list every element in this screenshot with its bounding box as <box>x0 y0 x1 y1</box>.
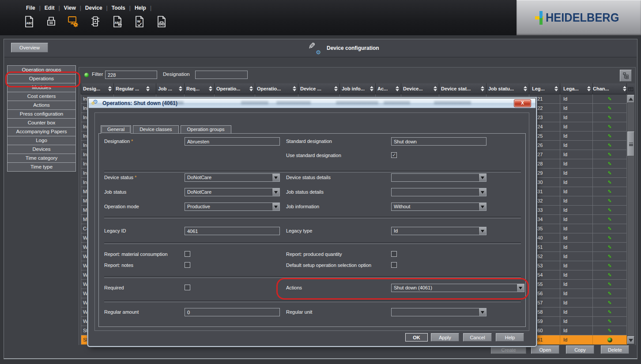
report-quantity-checkbox[interactable] <box>391 251 397 257</box>
copy-button[interactable]: Copy <box>566 345 594 354</box>
delete-button[interactable]: Delete <box>601 345 629 354</box>
menu-device[interactable]: Device <box>81 4 106 12</box>
document-link-button[interactable] <box>155 15 168 29</box>
tab-device-classes[interactable]: Device classes <box>133 125 178 133</box>
sidebar-item-operation-groups[interactable]: Operation groups <box>7 65 76 75</box>
sort-arrows-icon[interactable] <box>108 86 112 91</box>
sidebar-item-accompanying-papers[interactable]: Accompanying Papers <box>7 128 76 136</box>
device-status-details-dropdown[interactable] <box>391 173 486 182</box>
default-setup-checkbox[interactable] <box>391 262 397 268</box>
column-header-5[interactable]: Operatio... <box>255 83 298 94</box>
scrollbar-thumb[interactable] <box>627 131 634 156</box>
sort-arrows-icon[interactable] <box>481 86 484 91</box>
device-configuration-button[interactable] <box>67 15 79 29</box>
chevron-down-icon[interactable] <box>517 284 524 292</box>
column-header-3[interactable]: Req... <box>185 83 215 94</box>
sidebar-item-operations[interactable]: Operations <box>7 75 76 83</box>
column-header-1[interactable]: Regular ... <box>114 83 156 94</box>
job-status-dropdown[interactable]: DoNotCare <box>185 188 280 196</box>
sidebar-item-actions[interactable]: Actions <box>7 101 76 110</box>
column-header-7[interactable]: Job info... <box>340 83 376 94</box>
chevron-down-icon[interactable] <box>479 227 486 235</box>
job-status-details-dropdown[interactable] <box>391 188 486 196</box>
scroll-up-button[interactable] <box>627 95 634 103</box>
sort-arrows-icon[interactable] <box>179 86 182 91</box>
menu-help[interactable]: Help <box>131 4 150 12</box>
sort-arrows-icon[interactable] <box>554 86 558 91</box>
designation-input[interactable]: Abruesten <box>185 137 280 146</box>
menu-file[interactable]: File <box>22 4 39 12</box>
sort-arrows-icon[interactable] <box>623 86 626 91</box>
dialog-close-button[interactable]: X <box>514 99 531 107</box>
tab-operation-groups[interactable]: Operation groups <box>181 125 231 133</box>
menu-edit[interactable]: Edit <box>41 4 59 12</box>
sidebar-item-time-category[interactable]: Time category <box>7 154 76 163</box>
sort-arrows-icon[interactable] <box>249 86 253 91</box>
sort-arrows-icon[interactable] <box>396 86 399 91</box>
chevron-down-icon[interactable] <box>479 308 486 316</box>
legacy-id-input[interactable]: 4061 <box>185 227 280 235</box>
use-standard-designation-checkbox[interactable]: ✓ <box>391 152 397 158</box>
tab-general[interactable]: General <box>101 125 131 134</box>
sort-arrows-icon[interactable] <box>434 86 437 91</box>
chevron-down-icon[interactable] <box>479 203 486 210</box>
standard-designation-input[interactable]: Shut down <box>391 137 486 146</box>
scroll-down-button[interactable] <box>627 336 634 344</box>
regular-amount-input[interactable]: 0 <box>185 308 280 316</box>
regular-unit-dropdown[interactable] <box>391 308 486 316</box>
sidebar-item-cost-centers[interactable]: Cost centers <box>7 92 76 101</box>
column-header-6[interactable]: Device ... <box>298 83 340 94</box>
hierarchy-view-button[interactable] <box>620 70 632 82</box>
sort-arrows-icon[interactable] <box>524 86 527 91</box>
dialog-titlebar[interactable]: ⚙⚙ Operations: Shut down (4061) X <box>89 98 535 108</box>
chevron-down-icon[interactable] <box>272 203 279 210</box>
cancel-button[interactable]: Cancel <box>463 333 492 341</box>
column-header-13[interactable]: Lega... <box>560 83 593 94</box>
press-unit-button[interactable] <box>89 15 102 29</box>
document-check-button[interactable]: W <box>133 15 146 29</box>
document-import-button[interactable]: ABC <box>111 15 124 29</box>
device-status-dropdown[interactable]: DoNotCare <box>185 173 280 182</box>
sort-arrows-icon[interactable] <box>293 86 296 91</box>
chevron-down-icon[interactable] <box>479 174 486 181</box>
sort-arrows-icon[interactable] <box>370 86 373 91</box>
designation-filter-input[interactable] <box>195 71 248 79</box>
column-header-2[interactable]: Job ... <box>156 83 185 94</box>
report-document-button[interactable]: ABC <box>23 15 35 29</box>
sort-arrows-icon[interactable] <box>146 86 150 91</box>
column-header-0[interactable]: Desig... <box>81 83 114 94</box>
column-header-11[interactable]: Job statu... <box>486 83 529 94</box>
legacy-type-dropdown[interactable]: Id <box>391 227 486 235</box>
chevron-down-icon[interactable] <box>479 188 486 196</box>
table-corner-button[interactable] <box>627 83 635 95</box>
required-checkbox[interactable] <box>185 285 190 290</box>
report-material-checkbox[interactable] <box>185 251 190 257</box>
filter-input[interactable]: 228 <box>105 71 157 79</box>
menu-tools[interactable]: Tools <box>108 4 129 12</box>
overview-button[interactable]: Overview <box>11 43 48 53</box>
vertical-scrollbar[interactable] <box>627 94 635 345</box>
help-button[interactable]: Help <box>496 333 524 341</box>
column-header-8[interactable]: Ac... <box>376 83 401 94</box>
ok-button[interactable]: OK <box>405 333 428 341</box>
column-header-10[interactable]: Device stat... <box>439 83 486 94</box>
chevron-down-icon[interactable] <box>272 174 279 181</box>
job-information-dropdown[interactable]: Without <box>391 203 486 211</box>
print-columns-button[interactable] <box>45 15 57 29</box>
sort-arrows-icon[interactable] <box>587 86 591 91</box>
sort-arrows-icon[interactable] <box>209 86 212 91</box>
sidebar-item-press-configuration[interactable]: Press configuration <box>7 110 76 119</box>
column-header-14[interactable]: Chan... <box>593 83 627 94</box>
chevron-down-icon[interactable] <box>272 188 279 196</box>
sidebar-item-counter-box[interactable]: Counter box <box>7 119 76 128</box>
column-header-12[interactable]: Leg... <box>529 83 560 94</box>
column-header-9[interactable]: Device... <box>401 83 439 94</box>
sidebar-item-modules[interactable]: Modules <box>7 83 76 92</box>
apply-button[interactable]: Apply <box>431 333 459 341</box>
actions-dropdown[interactable]: Shut down (4061) <box>391 284 524 292</box>
sort-arrows-icon[interactable] <box>334 86 338 91</box>
operation-mode-dropdown[interactable]: Productive <box>185 203 280 211</box>
sidebar-item-logo[interactable]: Logo <box>7 136 76 145</box>
sidebar-item-devices[interactable]: Devices <box>7 145 76 154</box>
report-notes-checkbox[interactable] <box>185 262 190 268</box>
